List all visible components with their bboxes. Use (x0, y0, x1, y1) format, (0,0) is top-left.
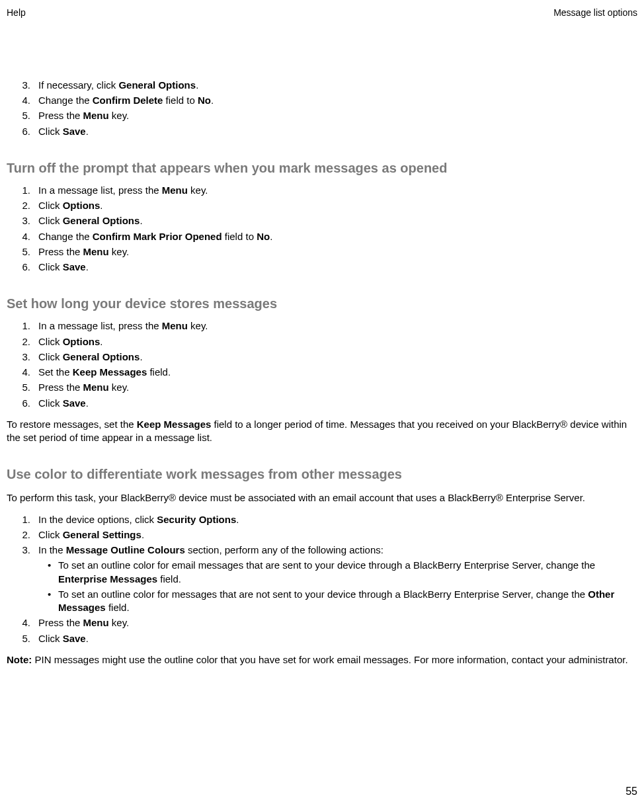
item-text: If necessary, click General Options. (38, 79, 198, 91)
item-text: Click Save. (38, 261, 89, 272)
list-item: 3.Click General Options. (26, 350, 637, 364)
item-text: Click Save. (38, 397, 89, 409)
item-number: 6. (15, 125, 30, 138)
item-number: 2. (15, 335, 30, 348)
list-item: 1.In the device options, click Security … (26, 513, 637, 526)
item-text: Press the Menu key. (38, 382, 129, 393)
section4-list-2: 4.Press the Menu key. 5.Click Save. (7, 616, 637, 645)
item-text: Change the Confirm Delete field to No. (38, 95, 214, 106)
section3-list: 1.In a message list, press the Menu key.… (7, 319, 637, 410)
item-number: 5. (15, 632, 30, 645)
item-number: 4. (15, 94, 30, 107)
item-number: 3. (15, 544, 30, 557)
list-item: 3.If necessary, click General Options. (26, 79, 637, 92)
item-number: 2. (15, 199, 30, 212)
item-text: Click Options. (38, 200, 103, 211)
list-item: 2.Click Options. (26, 199, 637, 212)
item-text: Click General Options. (38, 215, 143, 226)
list-item: 4.Change the Confirm Delete field to No. (26, 94, 637, 107)
list-item: 6.Click Save. (26, 125, 637, 138)
section4-intro: To perform this task, your BlackBerry® d… (7, 491, 637, 505)
item-number: 5. (15, 245, 30, 259)
list-item: 2.Click Options. (26, 335, 637, 348)
item-number: 6. (15, 261, 30, 274)
item-text: Click General Options. (38, 351, 143, 362)
header-right: Message list options (553, 7, 637, 19)
item-text: Click General Settings. (38, 529, 144, 540)
item-number: 1. (15, 184, 30, 197)
item-number: 5. (15, 109, 30, 122)
item-text: Click Save. (38, 126, 89, 137)
bullet-item: To set an outline color for messages tha… (50, 588, 637, 615)
item-number: 1. (15, 513, 30, 526)
list-item: 1.In a message list, press the Menu key. (26, 319, 637, 333)
list-item: 5.Click Save. (26, 632, 637, 645)
item-number: 3. (15, 214, 30, 227)
section4-note: Note: PIN messages might use the outline… (7, 653, 637, 667)
bullet-item: To set an outline color for email messag… (50, 559, 637, 586)
item-text: Click Save. (38, 633, 89, 644)
item-text: In a message list, press the Menu key. (38, 320, 208, 331)
list-item: 3.Click General Options. (26, 214, 637, 227)
section4-list: 1.In the device options, click Security … (7, 513, 637, 615)
list-item: 5.Press the Menu key. (26, 245, 637, 259)
list-item: 6.Click Save. (26, 261, 637, 274)
item-text: Press the Menu key. (38, 617, 129, 628)
item-number: 3. (15, 350, 30, 364)
section1-list: 3.If necessary, click General Options. 4… (7, 79, 637, 138)
item-text: Set the Keep Messages field. (38, 366, 171, 378)
item-text: In the Message Outline Colours section, … (38, 544, 383, 555)
item-text: Press the Menu key. (38, 110, 129, 121)
list-item: 1.In a message list, press the Menu key. (26, 184, 637, 197)
list-item: 5.Press the Menu key. (26, 109, 637, 122)
item-number: 6. (15, 397, 30, 410)
item-number: 1. (15, 319, 30, 333)
item-number: 4. (15, 616, 30, 629)
section3-paragraph: To restore messages, set the Keep Messag… (7, 418, 637, 445)
list-item: 4.Change the Confirm Mark Prior Opened f… (26, 230, 637, 243)
list-item: 2.Click General Settings. (26, 528, 637, 542)
item-number: 4. (15, 230, 30, 243)
item-text: In the device options, click Security Op… (38, 514, 239, 525)
list-item: 4.Press the Menu key. (26, 616, 637, 629)
item-number: 4. (15, 366, 30, 379)
list-item: 3.In the Message Outline Colours section… (26, 544, 637, 614)
list-item: 5.Press the Menu key. (26, 381, 637, 394)
section2-list: 1.In a message list, press the Menu key.… (7, 184, 637, 274)
section4-bullets: To set an outline color for email messag… (38, 559, 637, 614)
list-item: 4.Set the Keep Messages field. (26, 366, 637, 379)
page-content: 3.If necessary, click General Options. 4… (0, 19, 644, 667)
section2-heading: Turn off the prompt that appears when yo… (7, 159, 637, 177)
list-item: 6.Click Save. (26, 397, 637, 410)
page-header: Help Message list options (0, 0, 644, 19)
section3-heading: Set how long your device stores messages (7, 295, 637, 313)
item-text: In a message list, press the Menu key. (38, 184, 208, 196)
item-text: Press the Menu key. (38, 246, 129, 257)
item-text: Click Options. (38, 336, 103, 347)
item-number: 5. (15, 381, 30, 394)
item-number: 3. (15, 79, 30, 92)
header-left: Help (7, 7, 26, 19)
page-number: 55 (625, 784, 637, 799)
item-text: Change the Confirm Mark Prior Opened fie… (38, 231, 272, 242)
item-number: 2. (15, 528, 30, 542)
section4-heading: Use color to differentiate work messages… (7, 466, 637, 483)
